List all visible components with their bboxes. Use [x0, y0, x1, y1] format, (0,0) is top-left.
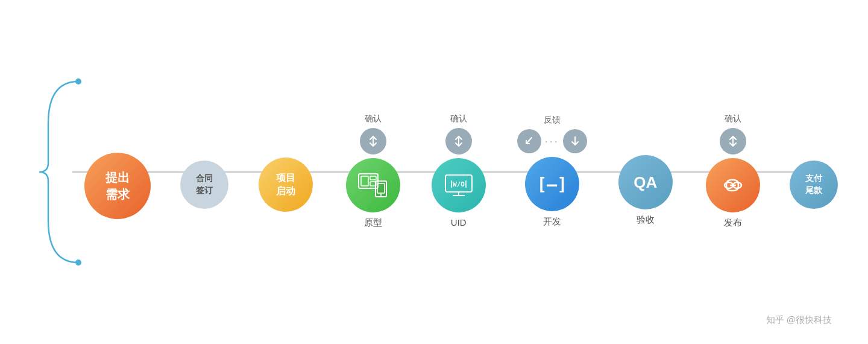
confirm-arrow-icon	[366, 135, 380, 148]
prototype-label: 原型	[364, 217, 382, 231]
node-prototype: 确认 原型	[346, 113, 400, 231]
svg-rect-4	[370, 176, 376, 180]
dev-arrow-left-icon	[523, 135, 535, 147]
node-publish: 确认 发布	[706, 113, 760, 231]
node-propose: 提出需求	[84, 107, 151, 237]
publish-arrow-icon	[726, 135, 740, 148]
dev-feedback-label: 反馈	[544, 115, 561, 127]
publish-confirm-arrow	[720, 128, 746, 154]
publish-circle	[706, 158, 760, 212]
svg-rect-3	[361, 176, 368, 186]
uid-circle: W/O	[432, 158, 486, 212]
watermark: 知乎 @很快科技	[766, 314, 832, 326]
pay-text: 支付尾款	[805, 173, 822, 196]
diagram-container: 提出需求 合同签订 项目启动 确认	[0, 0, 868, 344]
flow-layout: 提出需求 合同签订 项目启动 确认	[0, 0, 868, 344]
prototype-icon	[357, 173, 389, 198]
prototype-confirm-label: 确认	[365, 113, 382, 126]
uid-icon: W/O	[443, 174, 474, 197]
qa-text: QA	[634, 173, 657, 192]
startup-circle: 项目启动	[259, 158, 313, 212]
propose-circle: 提出需求	[84, 153, 151, 219]
uid-label: UID	[451, 217, 467, 231]
node-uid: 确认 W/O UID	[432, 113, 486, 231]
dev-arrow-right	[563, 129, 587, 153]
dev-dots: ···	[545, 135, 559, 148]
dev-icon-text: [–]	[536, 174, 567, 194]
node-pay: 支付尾款	[790, 122, 838, 222]
publish-confirm-label: 确认	[725, 113, 741, 126]
watermark-text: 知乎 @很快科技	[766, 314, 832, 325]
svg-point-8	[380, 194, 382, 196]
prototype-circle	[346, 158, 400, 212]
contract-circle: 合同签订	[180, 161, 228, 209]
node-contract: 合同签订	[180, 122, 228, 222]
svg-text:W/O: W/O	[453, 180, 465, 188]
dev-arrow-left	[517, 129, 541, 153]
prototype-confirm-arrow	[360, 128, 386, 154]
uid-arrow-icon	[452, 135, 465, 148]
publish-icon	[718, 174, 748, 196]
publish-label: 发布	[724, 217, 742, 231]
qa-label: 验收	[637, 214, 655, 228]
contract-text: 合同签订	[196, 173, 213, 196]
uid-confirm-label: 确认	[450, 113, 467, 126]
startup-text: 项目启动	[276, 171, 295, 199]
node-startup: 项目启动	[259, 119, 313, 225]
dev-circle: [–]	[525, 157, 579, 211]
qa-circle: QA	[618, 155, 673, 209]
svg-point-0	[75, 78, 81, 84]
left-bracket-icon	[36, 75, 84, 269]
svg-point-1	[75, 260, 81, 266]
dev-label: 开发	[543, 216, 561, 229]
node-dev: 反馈 ··· [–] 开发	[517, 115, 587, 229]
propose-text: 提出需求	[105, 169, 130, 203]
dev-feedback-row: ···	[517, 129, 587, 153]
uid-confirm-arrow	[445, 128, 472, 154]
pay-circle: 支付尾款	[790, 161, 838, 209]
node-qa: QA 验收	[618, 116, 673, 228]
dev-arrow-right-icon	[569, 135, 581, 147]
